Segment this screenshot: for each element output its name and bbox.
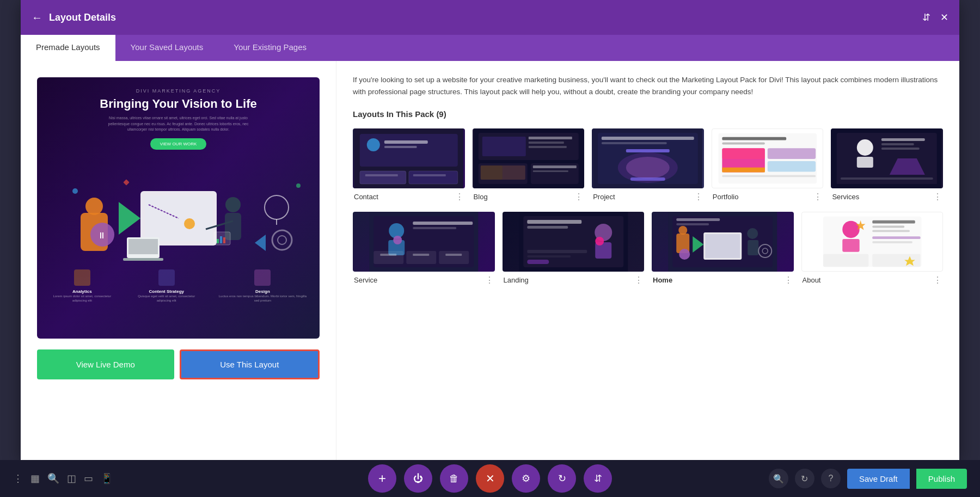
tab-existing-pages[interactable]: Your Existing Pages xyxy=(218,35,322,61)
layout-dots-service[interactable]: ⋮ xyxy=(485,275,494,285)
close-button[interactable]: ✕ xyxy=(476,464,504,493)
layout-dots-home[interactable]: ⋮ xyxy=(784,275,793,285)
layout-name-landing: Landing xyxy=(504,276,529,284)
toolbar-right: 🔍 ↻ ? Save Draft Publish xyxy=(769,469,967,489)
svg-rect-122 xyxy=(872,230,910,232)
layout-thumb-service[interactable] xyxy=(353,212,495,272)
tablet-icon[interactable]: ▭ xyxy=(84,473,93,484)
svg-rect-111 xyxy=(748,240,758,255)
layout-thumb-home[interactable] xyxy=(652,212,794,272)
svg-rect-67 xyxy=(722,175,816,177)
svg-point-106 xyxy=(678,226,687,235)
preview-subtext: Nisi massa, ultrices vitae ornare sit am… xyxy=(102,115,255,133)
add-button[interactable]: + xyxy=(368,464,396,493)
layout-thumb-landing[interactable] xyxy=(503,212,645,272)
svg-rect-35 xyxy=(365,174,398,176)
preview-cta-button[interactable]: VIEW OUR WORK xyxy=(150,138,207,150)
svg-point-29 xyxy=(367,138,380,151)
search-right-icon[interactable]: 🔍 xyxy=(769,469,788,488)
svg-rect-40 xyxy=(528,137,572,139)
grid-icon[interactable]: ▦ xyxy=(30,473,40,484)
layout-dots-contact[interactable]: ⋮ xyxy=(455,192,464,202)
layout-dots-about[interactable]: ⋮ xyxy=(933,275,942,285)
layout-card-footer-contact: Contact ⋮ xyxy=(353,192,465,202)
svg-rect-21 xyxy=(123,258,163,261)
power-button[interactable]: ⏻ xyxy=(404,464,432,493)
svg-rect-99 xyxy=(527,255,571,257)
menu-dots-icon[interactable]: ⋮ xyxy=(13,473,23,484)
svg-point-13 xyxy=(278,236,286,244)
preview-image: DIVI MARKETING AGENCY Bringing Your Visi… xyxy=(37,77,320,339)
svg-rect-31 xyxy=(384,146,417,148)
mobile-icon[interactable]: 📱 xyxy=(101,473,113,484)
layout-name-contact: Contact xyxy=(354,193,378,201)
svg-rect-60 xyxy=(722,137,786,140)
publish-button[interactable]: Publish xyxy=(916,469,967,489)
view-live-demo-button[interactable]: View Live Demo xyxy=(37,349,174,379)
svg-rect-41 xyxy=(528,142,564,144)
svg-rect-72 xyxy=(881,138,925,141)
layout-card-project: Project ⋮ xyxy=(592,128,704,202)
save-draft-button[interactable]: Save Draft xyxy=(847,469,910,489)
svg-rect-34 xyxy=(409,171,458,184)
layout-thumb-contact[interactable] xyxy=(353,128,465,188)
history-button[interactable]: ↻ xyxy=(548,464,576,493)
layout-thumb-portfolio[interactable] xyxy=(712,128,824,188)
layout-card-footer-project: Project ⋮ xyxy=(592,192,704,202)
pack-count: Layouts In This Pack (9) xyxy=(353,109,943,119)
svg-rect-53 xyxy=(602,142,667,144)
layout-dots-blog[interactable]: ⋮ xyxy=(574,192,583,202)
sync-icon[interactable]: ↻ xyxy=(795,469,814,488)
bottom-toolbar: ⋮ ▦ 🔍 ◫ ▭ 📱 + ⏻ 🗑 ✕ ⚙ ↻ ⇵ 🔍 ↻ ? Save Dra… xyxy=(0,460,980,497)
svg-rect-123 xyxy=(872,236,920,239)
desktop-icon[interactable]: ◫ xyxy=(67,473,76,484)
back-icon[interactable]: ← xyxy=(32,11,42,24)
svg-text:ll: ll xyxy=(100,231,104,240)
svg-rect-87 xyxy=(380,254,396,256)
svg-rect-48 xyxy=(532,165,576,168)
svg-rect-118 xyxy=(842,239,859,252)
preview-illustration: ll xyxy=(48,158,309,267)
svg-rect-24 xyxy=(220,236,222,243)
settings-button[interactable]: ⚙ xyxy=(512,464,540,493)
layout-thumb-project[interactable] xyxy=(592,128,704,188)
layout-thumb-services[interactable] xyxy=(831,128,943,188)
svg-rect-15 xyxy=(123,179,129,185)
layout-name-portfolio: Portfolio xyxy=(713,193,739,201)
close-icon[interactable]: ✕ xyxy=(940,11,948,23)
tab-premade-layouts[interactable]: Premade Layouts xyxy=(21,35,115,61)
layout-grid-row1: Contact ⋮ xyxy=(353,128,943,202)
svg-rect-74 xyxy=(881,148,920,150)
svg-marker-26 xyxy=(255,235,266,251)
layout-thumb-about[interactable] xyxy=(801,212,944,272)
layout-thumb-blog[interactable] xyxy=(473,128,585,188)
resize-icon[interactable]: ⇵ xyxy=(922,11,930,23)
svg-point-110 xyxy=(747,228,758,239)
layout-name-about: About xyxy=(803,276,821,284)
left-panel: DIVI MARKETING AGENCY Bringing Your Visi… xyxy=(21,61,336,460)
svg-rect-23 xyxy=(217,239,219,243)
svg-rect-121 xyxy=(872,225,904,228)
use-this-layout-button[interactable]: Use This Layout xyxy=(180,349,320,379)
trash-button[interactable]: 🗑 xyxy=(440,464,468,493)
search-icon[interactable]: 🔍 xyxy=(47,473,59,484)
svg-rect-36 xyxy=(413,174,446,176)
left-panel-buttons: View Live Demo Use This Layout xyxy=(37,349,320,379)
help-icon[interactable]: ? xyxy=(821,469,841,488)
svg-rect-61 xyxy=(722,142,765,144)
svg-rect-65 xyxy=(768,148,816,159)
layout-dots-portfolio[interactable]: ⋮ xyxy=(813,192,822,202)
layout-dots-services[interactable]: ⋮ xyxy=(933,192,942,202)
resize-button[interactable]: ⇵ xyxy=(584,464,612,493)
layout-dots-landing[interactable]: ⋮ xyxy=(634,275,643,285)
svg-rect-98 xyxy=(527,250,587,253)
svg-rect-25 xyxy=(223,237,225,243)
svg-marker-2 xyxy=(119,202,140,235)
svg-point-1 xyxy=(85,198,103,215)
side-edge-left xyxy=(0,0,21,460)
svg-rect-124 xyxy=(872,241,912,243)
modal-header-right: ⇵ ✕ xyxy=(922,11,948,23)
layout-dots-project[interactable]: ⋮ xyxy=(694,192,703,202)
toolbar-left: ⋮ ▦ 🔍 ◫ ▭ 📱 xyxy=(13,473,113,484)
tab-saved-layouts[interactable]: Your Saved Layouts xyxy=(115,35,219,61)
